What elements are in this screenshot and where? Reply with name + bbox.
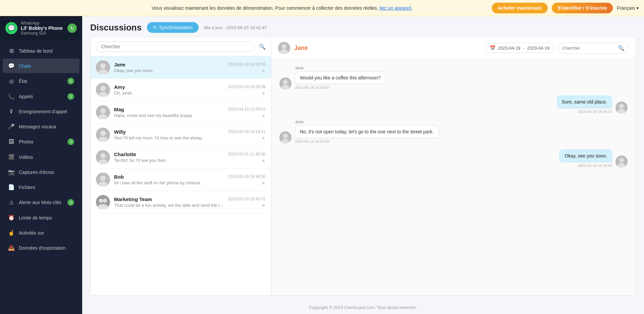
sidebar-item-activites[interactable]: ☝ Activités sur [3,226,79,240]
svg-point-1 [100,63,106,69]
language-selector[interactable]: Français ▾ [617,5,639,11]
chat-detail-name: Jane [294,45,308,52]
page-header: Discussions ↻ Synchronisation Mis à jour… [82,16,644,37]
chat-item-amy[interactable]: Amy 2023-04-19 18:39:38 Oh, yeah. ★ [91,79,271,101]
sidebar-item-fichiers-label: Fichiers [19,185,74,190]
sidebar-item-alertes[interactable]: ⚠ Alerte aux Mots-clés 3 [3,195,79,210]
chat-preview-amy: Oh, yeah. [114,90,133,96]
chat-item-bob[interactable]: Bob 2023-03-29 19:40:00 lol I saw all th… [91,169,271,191]
language-label: Français [617,5,635,11]
chat-item-mag[interactable]: Mag 2023-04-19 12:09:01 Haha, come and s… [91,101,271,124]
top-banner: Vous visualisez maintenant les données d… [0,0,644,16]
star-icon-amy[interactable]: ★ [261,90,266,96]
avatar-msg-4 [615,155,628,168]
sidebar-item-appels[interactable]: 📞 Appels 3 [3,89,79,104]
message-time-3: 2023-04-19 19:25:59 [295,139,329,143]
chat-detail-header: Jane 📅 2023-04-19 - 2023-04-19 🔍 [271,37,636,59]
message-row-3: Jane No, it's not open today, let's go t… [279,120,628,143]
star-icon-bob[interactable]: ★ [261,180,266,186]
detail-search-icon[interactable]: 🔍 [618,45,625,51]
chat-meta-mag: Mag 2023-04-19 12:09:01 [114,107,266,112]
avatar-marketing [96,195,110,209]
sidebar-item-photos-label: Photos [19,139,63,144]
message-bubble-2: Sure, same old place. [557,96,612,108]
sidebar-item-etat[interactable]: ◎ État 5 [3,74,79,88]
sidebar-item-fichiers[interactable]: 📄 Fichiers [3,180,79,194]
sidebar-item-donnees[interactable]: 📤 Données d'exportation [3,241,79,255]
svg-point-19 [99,199,103,203]
sidebar-header: 💬 WhatsApp Lil' Bobby's Phone Samsung S2… [0,16,82,40]
chat-search-input[interactable] [96,41,255,52]
message-sender-1: Jane [295,66,386,70]
sidebar-sync-button[interactable]: ↻ [67,23,77,33]
donnees-icon: 📤 [8,245,15,251]
star-icon-jane[interactable]: ★ [261,68,266,73]
avatar-mag [96,105,110,119]
chat-time-mag: 2023-04-19 12:09:01 [228,107,266,112]
chat-detail-filters: 📅 2023-04-19 - 2023-04-19 🔍 [485,43,629,54]
search-icon[interactable]: 🔍 [259,44,266,50]
chat-preview-row-charlotte: Terrific! So I'll see you then. ★ [114,158,266,163]
detail-search-box: 🔍 [558,43,629,54]
sidebar-item-donnees-label: Données d'exportation [19,245,74,251]
chat-info-mag: Mag 2023-04-19 12:09:01 Haha, come and s… [114,107,266,118]
message-time-2: 2023-04-19 19:25:13 [578,110,612,114]
app-layout: 💬 WhatsApp Lil' Bobby's Phone Samsung S2… [0,16,644,314]
buy-now-button[interactable]: Acheter maintenant [492,3,548,13]
sidebar-item-enregistrement[interactable]: 🎙 Enregistrement d'appel [3,105,79,119]
chat-item-charlotte[interactable]: Charlotte 2023-03-31 11:46:00 Terrific! … [91,146,271,169]
whatsapp-icon: 💬 [8,24,15,32]
detail-search-input[interactable] [562,46,616,51]
chat-time-jane: 2023-04-19 19:26:05 [228,62,266,67]
svg-point-13 [100,153,106,159]
sidebar-item-limite[interactable]: ⏰ Limite de temps [3,210,79,225]
calendar-icon: 📅 [490,45,495,51]
svg-point-29 [619,104,624,109]
device-model-label: Samsung S20 [21,31,63,36]
fichiers-icon: 📄 [8,184,15,190]
sidebar-item-captures[interactable]: 📷 Captures d'écran [3,165,79,179]
sidebar-item-photos[interactable]: 🖼 Photos 3 [3,134,79,149]
star-icon-mag[interactable]: ★ [261,113,266,118]
chat-name-bob: Bob [114,174,124,180]
chat-info-amy: Amy 2023-04-19 18:39:38 Oh, yeah. ★ [114,84,266,96]
banner-actions: Acheter maintenant S'identifier / S'insc… [492,3,639,13]
chats-icon: 💬 [8,63,15,69]
sync-button[interactable]: ↻ Synchronisation [147,22,199,33]
date-range-filter[interactable]: 📅 2023-04-19 - 2023-04-19 [485,43,554,53]
page-title: Discussions [90,22,142,33]
limite-icon: ⏰ [8,214,15,221]
message-bubble-3: No, it's not open today, let's go to the… [295,125,439,138]
message-time-1: 2023-04-19 19:18:40 [295,85,329,89]
chat-item-willy[interactable]: Willy 2023-04-16 13:18:41 Yes! I'll tell… [91,124,271,146]
updated-text: Mis à jour : 2023-06-25 16:41:47 [204,25,267,30]
chat-preview-bob: lol I saw all the stuff on her phone by … [114,180,201,185]
sidebar-item-activites-label: Activités sur [19,230,74,236]
chat-name-marketing: Marketing Team [114,196,152,202]
appels-icon: 📞 [8,93,15,100]
sidebar-item-videos-label: Vidéos [19,154,74,160]
chat-item-marketing[interactable]: Marketing Team 2023-03-19 18:45:01 That … [91,191,271,213]
banner-link[interactable]: liez un appareil. [380,5,413,11]
sidebar-item-vocaux[interactable]: 🎤 Messages vocaux [3,119,79,134]
chat-info-willy: Willy 2023-04-16 13:18:41 Yes! I'll tell… [114,129,266,141]
chat-time-bob: 2023-03-29 19:40:00 [228,174,266,179]
star-icon-willy[interactable]: ★ [261,135,266,141]
message-content-1: Jane Would you like a coffee this aftern… [295,66,386,89]
message-text-4: Okay, see you soon. [565,153,607,159]
sidebar-item-limite-label: Limite de temps [19,215,74,221]
sidebar-item-videos[interactable]: 🎬 Vidéos [3,150,79,164]
star-icon-charlotte[interactable]: ★ [261,158,266,163]
alertes-icon: ⚠ [8,199,15,206]
chat-time-amy: 2023-04-19 18:39:38 [228,84,266,89]
chat-preview-jane: Okay, see you soon. [114,68,154,73]
signin-button[interactable]: S'identifier / S'inscrire [552,3,613,13]
sidebar-item-chats[interactable]: 💬 Chats [3,59,79,73]
sidebar-item-tableau[interactable]: ⊞ Tableau de bord [3,44,79,58]
message-sender-3: Jane [295,120,439,124]
chat-name-willy: Willy [114,129,126,135]
star-icon-marketing[interactable]: ★ [261,203,266,208]
chat-item-jane[interactable]: Jane 2023-04-19 19:26:05 Okay, see you s… [91,56,271,79]
etat-badge: 5 [67,78,74,84]
chat-preview-mag: Haha, come and see my beautiful puppy. [114,113,193,118]
